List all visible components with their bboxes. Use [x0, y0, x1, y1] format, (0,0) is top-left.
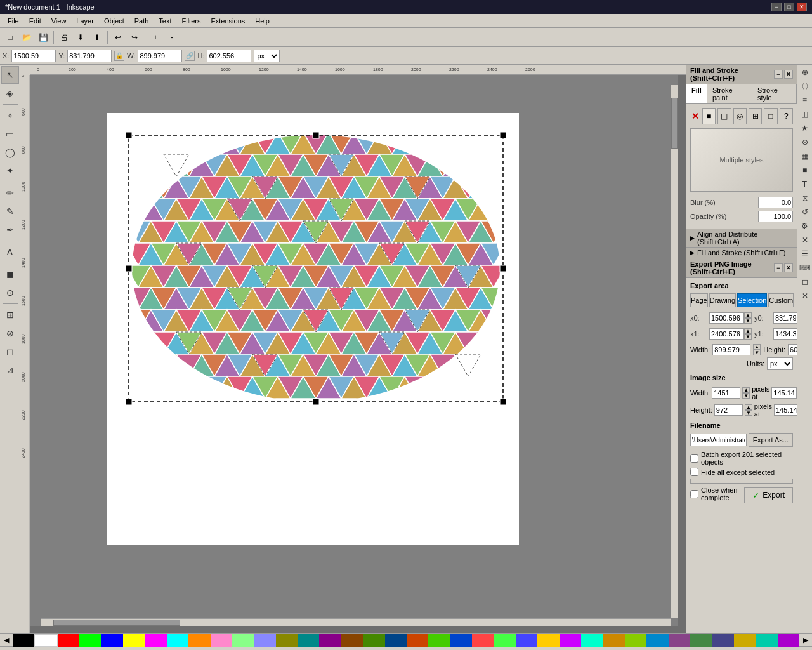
color-brown[interactable] — [341, 634, 363, 647]
close-warning-icon[interactable]: ✕ — [799, 234, 811, 246]
filter-effects-icon[interactable]: ⧖ — [799, 192, 811, 204]
color-red[interactable] — [58, 634, 79, 647]
display-icon[interactable]: ◻ — [799, 275, 811, 288]
menu-path[interactable]: Path — [129, 16, 154, 26]
zoom-tool[interactable]: ⌖ — [1, 107, 19, 124]
x1-input[interactable] — [709, 328, 744, 340]
fill-stroke-collapse-btn[interactable]: − — [774, 70, 783, 79]
x1-up-btn[interactable]: ▲ — [744, 328, 752, 334]
color-brightgreen[interactable] — [494, 634, 516, 647]
star-tool[interactable]: ✦ — [1, 162, 19, 180]
color-black[interactable] — [13, 634, 34, 647]
width-input[interactable] — [712, 344, 750, 355]
calligraphy-tool[interactable]: ✒ — [1, 221, 19, 239]
new-button[interactable]: □ — [3, 30, 18, 45]
colorbar-right-arrow[interactable]: ▶ — [799, 636, 812, 644]
measure-tool[interactable]: ⊿ — [1, 361, 19, 379]
hide-except-checkbox[interactable] — [690, 468, 698, 476]
paint-servers-icon[interactable]: ⊙ — [799, 136, 811, 149]
open-icon2[interactable]: ☰ — [799, 248, 811, 260]
tab-fill[interactable]: Fill — [686, 84, 707, 103]
color-periwinkle[interactable] — [254, 634, 275, 647]
circle-tool[interactable]: ◯ — [1, 143, 19, 161]
img-height-up-btn[interactable]: ▲ — [745, 404, 752, 410]
color-green[interactable] — [79, 634, 101, 647]
opacity-input[interactable] — [758, 211, 793, 222]
color-navy[interactable] — [385, 634, 407, 647]
color-chartreuse[interactable] — [625, 634, 646, 647]
img-width-input[interactable] — [712, 387, 740, 399]
align-distribute-panel[interactable]: ▶ Align and Distribute (Shift+Ctrl+A) — [686, 229, 797, 248]
fill-none-button[interactable]: ✕ — [690, 110, 700, 123]
symbols-icon[interactable]: ★ — [799, 122, 811, 135]
zoom-in-button[interactable]: + — [148, 30, 163, 45]
close-complete-checkbox[interactable] — [690, 490, 698, 498]
color-burnt[interactable] — [407, 634, 428, 647]
img-height-down-btn[interactable]: ▼ — [745, 410, 752, 416]
color-pink[interactable] — [211, 634, 232, 647]
color-lightred[interactable] — [472, 634, 494, 647]
y1-input[interactable] — [773, 328, 797, 340]
layers-icon[interactable]: ≡ — [799, 94, 811, 107]
fill-unknown-btn[interactable]: ? — [780, 108, 793, 124]
units-select[interactable]: px mm in — [767, 357, 793, 370]
color-seafoam[interactable] — [756, 634, 777, 647]
x0-up-btn[interactable]: ▲ — [744, 312, 752, 318]
fill-pattern-btn[interactable]: ⊞ — [749, 108, 762, 124]
color-azure[interactable] — [646, 634, 668, 647]
export-drawing-btn[interactable]: Drawing — [709, 293, 736, 307]
unit-select[interactable]: px mm in — [254, 50, 280, 62]
width-down-btn[interactable]: ▼ — [753, 350, 761, 355]
maximize-button[interactable]: □ — [784, 3, 794, 11]
rect-tool[interactable]: ▭ — [1, 125, 19, 143]
color-white[interactable] — [34, 634, 57, 647]
color-slate[interactable] — [712, 634, 734, 647]
color-magenta[interactable] — [145, 634, 166, 647]
export-final-button[interactable]: ✓ Export — [744, 487, 793, 503]
document-props-icon[interactable]: ⚙ — [799, 220, 811, 232]
canvas-area[interactable]: 0 200 400 600 800 1000 1200 1400 1600 18… — [20, 65, 686, 633]
img-height-input[interactable] — [714, 404, 743, 416]
menu-text[interactable]: Text — [154, 16, 176, 26]
color-teal[interactable] — [298, 634, 319, 647]
color-sage[interactable] — [690, 634, 712, 647]
import-button[interactable]: ⬇ — [73, 30, 88, 45]
eraser-tool[interactable]: ◻ — [1, 343, 19, 361]
undo-button[interactable]: ↩ — [110, 30, 126, 45]
snap-icon[interactable]: ⊕ — [799, 66, 811, 79]
pencil-tool[interactable]: ✎ — [1, 202, 19, 220]
color-cyan[interactable] — [167, 634, 188, 647]
color-blue[interactable] — [102, 634, 123, 647]
tab-stroke-style[interactable]: Stroke style — [752, 84, 797, 103]
close-button[interactable]: ✕ — [797, 3, 807, 11]
x0-down-btn[interactable]: ▼ — [744, 318, 752, 324]
menu-file[interactable]: File — [3, 16, 24, 26]
text-attr-icon[interactable]: T — [799, 178, 811, 190]
color-gold[interactable] — [537, 634, 559, 647]
aspect-lock-button[interactable]: 🔗 — [185, 51, 195, 61]
color-brightblue[interactable] — [516, 634, 537, 647]
dropper-tool[interactable]: ⊙ — [1, 284, 19, 302]
spray-tool[interactable]: ⊛ — [1, 324, 19, 342]
menu-extensions[interactable]: Extensions — [206, 16, 250, 26]
export-as-button[interactable]: Export As... — [749, 433, 793, 447]
export-custom-btn[interactable]: Custom — [768, 293, 794, 307]
dpi1-input[interactable] — [771, 387, 797, 399]
print-button[interactable]: 🖨 — [56, 30, 72, 45]
height-input[interactable] — [788, 344, 797, 355]
x0-input[interactable] — [709, 312, 744, 324]
save-button[interactable]: 💾 — [36, 30, 51, 45]
color-mint[interactable] — [581, 634, 603, 647]
color-indigo[interactable] — [778, 634, 799, 647]
color-darkgold[interactable] — [734, 634, 756, 647]
fill-stroke-panel2[interactable]: ▶ Fill and Stroke (Shift+Ctrl+F) — [686, 248, 797, 258]
color-lime[interactable] — [428, 634, 450, 647]
color-orange[interactable] — [188, 634, 210, 647]
gradient-tool[interactable]: ◼ — [1, 265, 19, 283]
zoom-out-button[interactable]: - — [164, 30, 180, 45]
export-collapse-btn[interactable]: − — [774, 263, 783, 272]
h-scroll-thumb[interactable] — [53, 620, 180, 626]
color-violet[interactable] — [560, 634, 581, 647]
menu-filters[interactable]: Filters — [177, 16, 206, 26]
fill-swatch-btn[interactable]: □ — [764, 108, 777, 124]
